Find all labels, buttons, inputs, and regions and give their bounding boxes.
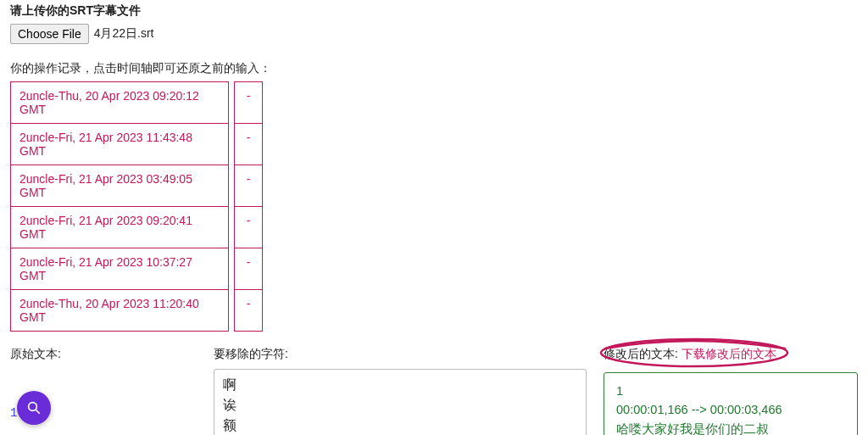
- original-text-label: 原始文本:: [10, 347, 197, 362]
- result-label: 修改后的文本:: [604, 347, 682, 360]
- svg-line-2: [36, 410, 40, 414]
- history-item[interactable]: 2uncle-Fri, 21 Apr 2023 09:20:41 GMT: [10, 206, 229, 248]
- history-delete-button[interactable]: -: [234, 248, 263, 290]
- history-delete-button[interactable]: -: [234, 206, 263, 248]
- remove-char-item: 啊: [223, 375, 577, 395]
- upload-header: 请上传你的SRT字幕文件: [10, 3, 858, 19]
- history-delete-button[interactable]: -: [234, 289, 263, 332]
- svg-point-1: [29, 403, 37, 411]
- search-icon: [26, 400, 42, 415]
- history-list: 2uncle-Thu, 20 Apr 2023 09:20:12 GMT - 2…: [10, 81, 858, 332]
- history-label: 你的操作记录，点击时间轴即可还原之前的输入：: [10, 61, 858, 76]
- history-item[interactable]: 2uncle-Thu, 20 Apr 2023 11:20:40 GMT: [10, 289, 229, 332]
- remove-chars-input[interactable]: 啊 诶 额 呢: [214, 369, 587, 435]
- search-fab-button[interactable]: [17, 391, 51, 425]
- history-item[interactable]: 2uncle-Fri, 21 Apr 2023 03:49:05 GMT: [10, 165, 229, 207]
- remove-char-item: 额: [223, 415, 577, 435]
- selected-filename: 4月22日.srt: [94, 26, 154, 42]
- history-item[interactable]: 2uncle-Fri, 21 Apr 2023 10:37:27 GMT: [10, 248, 229, 290]
- file-upload-row: Choose File 4月22日.srt: [10, 24, 858, 44]
- history-delete-button[interactable]: -: [234, 165, 263, 207]
- choose-file-button[interactable]: Choose File: [10, 24, 89, 44]
- history-item[interactable]: 2uncle-Fri, 21 Apr 2023 11:43:48 GMT: [10, 123, 229, 165]
- remove-chars-label: 要移除的字符:: [214, 347, 587, 362]
- history-delete-button[interactable]: -: [234, 81, 263, 124]
- result-text-box: 1 00:00:01,166 --> 00:00:03,466 哈喽大家好我是你…: [604, 372, 858, 435]
- remove-char-item: 诶: [223, 395, 577, 415]
- history-delete-button[interactable]: -: [234, 123, 263, 165]
- download-result-link[interactable]: 下载修改后的文本: [682, 347, 776, 360]
- history-item[interactable]: 2uncle-Thu, 20 Apr 2023 09:20:12 GMT: [10, 81, 229, 124]
